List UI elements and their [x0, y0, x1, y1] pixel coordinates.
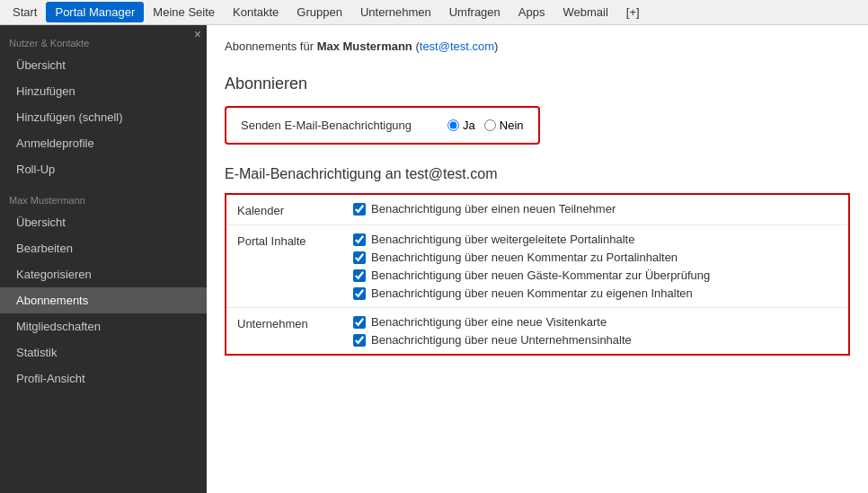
header-text: Abonnements für: [225, 40, 317, 53]
checkbox-item[interactable]: Benachrichtigung über einen neuen Teilne…: [353, 202, 837, 216]
sidebar-item-übersicht[interactable]: Übersicht: [0, 52, 207, 78]
category-name: Unternehmen: [226, 308, 342, 356]
notification-row: Portal InhalteBenachrichtigung über weit…: [226, 225, 849, 308]
notification-checkbox[interactable]: [353, 269, 366, 282]
radio-no-option[interactable]: Nein: [484, 119, 524, 132]
notification-label: Benachrichtigung über eine neue Visitenk…: [371, 315, 607, 329]
email-notification-label: Senden E-Mail-Benachrichtigung: [241, 119, 412, 132]
checkbox-item[interactable]: Benachrichtigung über neue Unternehmensi…: [353, 333, 837, 347]
notification-label: Benachrichtigung über neuen Kommentar zu…: [371, 251, 678, 264]
top-nav-item-webmail[interactable]: Webmail: [554, 2, 616, 22]
category-name: Kalender: [226, 194, 342, 225]
sidebar-item-mitgliedschaften[interactable]: Mitgliedschaften: [0, 313, 207, 339]
top-navigation: StartPortal ManagerMeine SeiteKontakteGr…: [0, 0, 868, 25]
subscribe-title: Abonnieren: [225, 75, 850, 93]
sidebar-item-profil-ansicht[interactable]: Profil-Ansicht: [0, 365, 207, 392]
checkbox-item[interactable]: Benachrichtigung über neuen Kommentar zu…: [353, 286, 837, 300]
radio-no-input[interactable]: [484, 119, 496, 131]
sidebar-section-nutzer-&-kontakte: Nutzer & Kontakte: [0, 25, 207, 52]
notification-checkbox[interactable]: [353, 251, 366, 264]
notification-items: Benachrichtigung über eine neue Visitenk…: [342, 308, 849, 356]
sidebar-item-bearbeiten[interactable]: Bearbeiten: [0, 235, 207, 261]
notification-label: Benachrichtigung über neuen Gäste-Kommen…: [371, 269, 710, 282]
radio-yes-option[interactable]: Ja: [447, 119, 475, 132]
notification-label: Benachrichtigung über weitergeleitete Po…: [371, 233, 634, 246]
notification-table: KalenderBenachrichtigung über einen neue…: [225, 193, 850, 356]
top-nav-item-unternehmen[interactable]: Unternehmen: [351, 2, 440, 22]
top-nav-item-start[interactable]: Start: [4, 2, 46, 22]
notification-checkbox[interactable]: [353, 334, 366, 347]
header-name: Max Mustermann: [317, 40, 412, 53]
page-header: Abonnements für Max Mustermann (test@tes…: [225, 40, 850, 60]
category-name: Portal Inhalte: [226, 225, 342, 308]
top-nav-item-meine-seite[interactable]: Meine Seite: [144, 2, 224, 22]
header-email[interactable]: test@test.com: [420, 40, 494, 53]
notification-checkbox[interactable]: [353, 233, 366, 246]
notification-checkbox[interactable]: [353, 203, 366, 216]
sidebar-item-abonnements[interactable]: Abonnements: [0, 287, 207, 313]
subscribe-box: Senden E-Mail-Benachrichtigung Ja Nein: [225, 106, 540, 145]
notification-checkbox[interactable]: [353, 316, 366, 329]
notification-label: Benachrichtigung über neuen Kommentar zu…: [371, 286, 693, 300]
top-nav-item-umfragen[interactable]: Umfragen: [440, 2, 509, 22]
radio-yes-input[interactable]: [447, 119, 459, 131]
sidebar-item-übersicht[interactable]: Übersicht: [0, 209, 207, 235]
sidebar-item-roll-up[interactable]: Roll-Up: [0, 156, 207, 182]
sidebar-section-max-mustermann: Max Mustermann: [0, 182, 207, 209]
notification-label: Benachrichtigung über neue Unternehmensi…: [371, 333, 632, 347]
checkbox-item[interactable]: Benachrichtigung über eine neue Visitenk…: [353, 315, 837, 329]
sidebar-item-kategorisieren[interactable]: Kategorisieren: [0, 261, 207, 287]
notification-label: Benachrichtigung über einen neuen Teilne…: [371, 202, 616, 216]
radio-no-label: Nein: [500, 119, 524, 132]
main-content: Abonnements für Max Mustermann (test@tes…: [207, 25, 868, 493]
notification-items: Benachrichtigung über einen neuen Teilne…: [342, 194, 849, 225]
sidebar-item-statistik[interactable]: Statistik: [0, 339, 207, 365]
top-nav-item-apps[interactable]: Apps: [509, 2, 554, 22]
sidebar-item-anmeldeprofile[interactable]: Anmeldeprofile: [0, 130, 207, 156]
main-layout: × Nutzer & KontakteÜbersichtHinzufügenHi…: [0, 25, 868, 493]
email-section-title: E-Mail-Benachrichtigung an test@test.com: [225, 166, 850, 182]
radio-yes-label: Ja: [463, 119, 475, 132]
notification-row: KalenderBenachrichtigung über einen neue…: [226, 194, 849, 225]
top-nav-item-kontakte[interactable]: Kontakte: [224, 2, 288, 22]
notification-checkbox[interactable]: [353, 287, 366, 300]
sidebar-item-hinzufügen[interactable]: Hinzufügen: [0, 78, 207, 104]
sidebar-item-hinzufügen-schnell[interactable]: Hinzufügen (schnell): [0, 104, 207, 130]
top-nav-item-[+][interactable]: [+]: [617, 2, 649, 22]
checkbox-item[interactable]: Benachrichtigung über neuen Gäste-Kommen…: [353, 269, 837, 282]
top-nav-item-gruppen[interactable]: Gruppen: [288, 2, 351, 22]
notification-items: Benachrichtigung über weitergeleitete Po…: [342, 225, 849, 308]
checkbox-item[interactable]: Benachrichtigung über weitergeleitete Po…: [353, 233, 837, 246]
email-radio-group: Ja Nein: [447, 119, 523, 132]
notification-row: UnternehmenBenachrichtigung über eine ne…: [226, 308, 849, 356]
top-nav-item-portal-manager[interactable]: Portal Manager: [46, 2, 144, 22]
sidebar: × Nutzer & KontakteÜbersichtHinzufügenHi…: [0, 25, 207, 493]
sidebar-close-button[interactable]: ×: [194, 27, 201, 41]
checkbox-item[interactable]: Benachrichtigung über neuen Kommentar zu…: [353, 251, 837, 264]
